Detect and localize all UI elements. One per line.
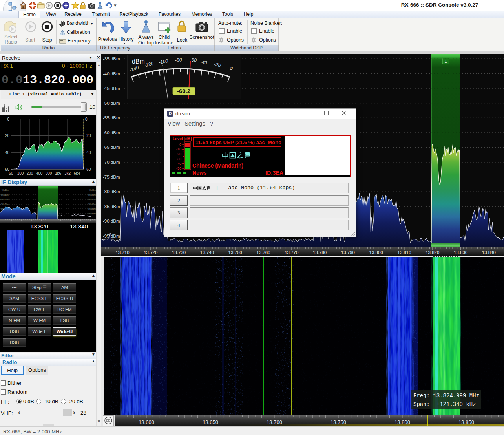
svg-text:-80 dBm: -80 dBm xyxy=(103,189,120,194)
svg-text:-85 dBm: -85 dBm xyxy=(103,204,120,209)
svg-text:13.750: 13.750 xyxy=(228,250,242,255)
svg-text:-60 dBm: -60 dBm xyxy=(88,198,96,201)
svg-text:-20: -20 xyxy=(176,152,181,156)
svg-text:-10: -10 xyxy=(176,147,181,151)
svg-text:-45 dBm: -45 dBm xyxy=(103,86,120,91)
svg-text:-70 dBm: -70 dBm xyxy=(88,203,96,205)
svg-text:-20: -20 xyxy=(85,133,91,138)
svg-text:-90 dBm: -90 dBm xyxy=(103,219,120,223)
svg-text:50: 50 xyxy=(9,171,13,175)
svg-text:0: 0 xyxy=(179,143,181,146)
svg-text:-55 dBm: -55 dBm xyxy=(103,115,120,120)
svg-text:13.800: 13.800 xyxy=(394,419,410,425)
svg-text:-90 dBm: -90 dBm xyxy=(88,212,96,215)
svg-text:200: 200 xyxy=(27,171,33,175)
svg-text:-60 dBm: -60 dBm xyxy=(103,130,120,135)
svg-text:13.720: 13.720 xyxy=(144,250,157,255)
svg-text:-75 dBm: -75 dBm xyxy=(103,175,120,179)
svg-text:13.730: 13.730 xyxy=(172,250,186,255)
svg-text:-65 dBm: -65 dBm xyxy=(103,145,120,150)
svg-text:-60: -60 xyxy=(4,167,10,172)
svg-text:1k6: 1k6 xyxy=(55,171,62,175)
svg-text:-40: -40 xyxy=(85,150,91,155)
svg-text:13.740: 13.740 xyxy=(200,250,214,255)
svg-text:1: 1 xyxy=(444,59,447,64)
svg-text:13.830: 13.830 xyxy=(454,250,467,255)
svg-text:13.710: 13.710 xyxy=(115,250,129,255)
svg-text:13.790: 13.790 xyxy=(341,250,355,255)
svg-text:3k2: 3k2 xyxy=(64,171,71,175)
svg-text:13.800: 13.800 xyxy=(369,250,383,255)
svg-text:800: 800 xyxy=(46,171,52,175)
svg-text:13.780: 13.780 xyxy=(313,250,327,255)
svg-text:13.850: 13.850 xyxy=(458,419,474,425)
svg-text:-50 dBm: -50 dBm xyxy=(88,194,96,196)
svg-text:-30: -30 xyxy=(176,157,181,161)
svg-text:0: 0 xyxy=(7,117,9,121)
svg-text:-80: -80 xyxy=(175,57,182,63)
svg-text:0: 0 xyxy=(85,117,88,121)
svg-text:13.750: 13.750 xyxy=(331,419,346,425)
svg-text:-80 dBm: -80 dBm xyxy=(88,208,96,210)
svg-text:-50 dBm: -50 dBm xyxy=(103,101,120,106)
svg-text:-60: -60 xyxy=(85,167,91,172)
svg-text:-35 dBm: -35 dBm xyxy=(103,57,120,61)
svg-text:-40 dBm: -40 dBm xyxy=(88,189,96,191)
svg-text:-40 dBm: -40 dBm xyxy=(103,71,120,76)
svg-text:13.810: 13.810 xyxy=(397,250,411,255)
svg-text:100: 100 xyxy=(17,171,24,175)
svg-text:6k4: 6k4 xyxy=(74,171,80,175)
svg-text:13.770: 13.770 xyxy=(285,250,298,255)
svg-text:-60 dBm: -60 dBm xyxy=(0,198,9,201)
svg-text:13.650: 13.650 xyxy=(203,419,218,425)
svg-text:-60.2: -60.2 xyxy=(177,88,190,94)
svg-text:-50: -50 xyxy=(176,166,181,170)
svg-text:400: 400 xyxy=(36,171,43,175)
svg-text:-40 dBm: -40 dBm xyxy=(0,189,9,191)
svg-text:13.760: 13.760 xyxy=(256,250,270,255)
svg-text:dBm: dBm xyxy=(132,58,145,65)
svg-text:13.700: 13.700 xyxy=(267,419,282,425)
svg-text:-40: -40 xyxy=(176,162,181,166)
svg-text:13.600: 13.600 xyxy=(139,419,154,425)
svg-text:-50 dBm: -50 dBm xyxy=(0,194,9,196)
svg-text:-20: -20 xyxy=(4,133,10,138)
svg-text:-40: -40 xyxy=(4,150,10,155)
svg-text:-70 dBm: -70 dBm xyxy=(0,203,9,205)
svg-text:13.840: 13.840 xyxy=(482,250,496,255)
svg-text:-95 dBm: -95 dBm xyxy=(103,234,120,238)
svg-text:13.820: 13.820 xyxy=(425,250,439,255)
svg-text:-70 dBm: -70 dBm xyxy=(103,160,120,164)
